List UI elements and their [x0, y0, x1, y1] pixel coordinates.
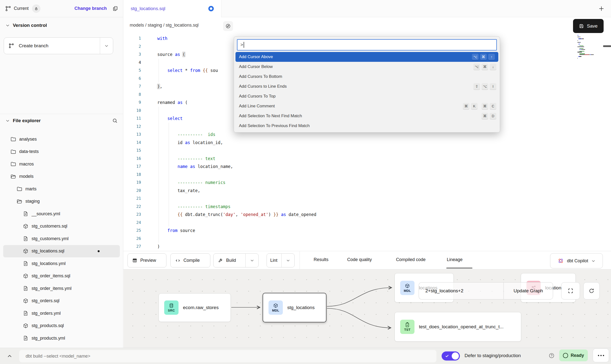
palette-item-add-cursor-below[interactable]: Add Cursor Below⌥⌘↓ — [234, 62, 500, 72]
palette-item-add-selection-to-previous-find-match[interactable]: Add Selection To Previous Find Match — [234, 121, 500, 131]
file-tree: analysesdata-testsmacrosmodelsmartsstagi… — [0, 133, 123, 345]
more-options-button[interactable] — [593, 348, 609, 362]
code-text: {{ dbt.date_trunc('day', 'opened_at') }}… — [147, 211, 316, 219]
file-item-analyses[interactable]: analyses — [0, 133, 123, 146]
tab-results[interactable]: Results — [314, 257, 328, 262]
file-explorer-header[interactable]: File explorer — [5, 118, 118, 124]
navigate-icon[interactable] — [223, 21, 233, 31]
key-cap: ⌘ — [482, 113, 488, 119]
code-icon — [175, 258, 180, 263]
collapse-panel-button[interactable] — [6, 353, 13, 359]
file-item-stg-order-items-sql[interactable]: stg_order_items.sql — [0, 270, 123, 282]
build-dropdown[interactable] — [245, 254, 258, 267]
folder-open-icon — [10, 174, 16, 180]
code-line[interactable]: 26 — [123, 235, 611, 243]
status-badge[interactable]: Ready — [559, 349, 588, 361]
code-line[interactable]: 16 ---------- text — [123, 155, 611, 163]
lineage-node-ecom-raw-stores[interactable]: SRCecom.raw_stores — [159, 293, 231, 322]
update-graph-button[interactable]: Update Graph — [503, 282, 553, 299]
save-button[interactable]: Save — [573, 19, 604, 33]
node-label: stg_locations — [287, 305, 315, 310]
file-name: stg_order_items.yml — [32, 286, 72, 291]
new-tab-button[interactable] — [598, 5, 605, 12]
code-line[interactable]: 17 name as location_name, — [123, 163, 611, 171]
copy-icon[interactable] — [112, 6, 118, 12]
file-item-stg-locations-yml[interactable]: stg_locations.yml — [0, 257, 123, 270]
line-number: 17 — [123, 163, 147, 171]
code-line[interactable]: 14 id as location_id, — [123, 139, 611, 147]
preview-button[interactable]: Preview — [127, 253, 166, 267]
defer-toggle[interactable] — [442, 351, 460, 361]
dbt-copilot-button[interactable]: dbt Copilot — [550, 253, 603, 268]
key-cap: ⌘ — [463, 103, 469, 109]
tab-lineage[interactable]: Lineage — [447, 257, 463, 262]
status-bar: Defer to staging/production Ready — [0, 348, 611, 364]
code-line[interactable]: 15 — [123, 147, 611, 155]
code-text: select * from {{ sou — [147, 66, 218, 75]
file-item-stg-orders-yml[interactable]: stg_orders.yml — [0, 307, 123, 320]
code-line[interactable]: 23 {{ dbt.date_trunc('day', 'opened_at')… — [123, 211, 611, 219]
code-line[interactable]: 19 ---------- numerics — [123, 179, 611, 187]
version-control-header[interactable]: Version control — [5, 23, 47, 28]
code-line[interactable]: 18 — [123, 171, 611, 179]
lineage-graph[interactable]: SRCecom.raw_storesMDLstg_locationsMDLloc… — [124, 269, 611, 348]
node-badge-mdl: MDL — [400, 281, 414, 295]
palette-item-add-line-comment[interactable]: Add Line Comment⌘K⌘C — [234, 101, 500, 111]
code-line[interactable]: 21 — [123, 195, 611, 203]
palette-item-add-cursors-to-bottom[interactable]: Add Cursors To Bottom — [234, 72, 500, 82]
chevron-up-icon — [6, 353, 13, 359]
file-item-stg-customers-yml[interactable]: stg_customers.yml — [0, 232, 123, 245]
code-line[interactable]: 22 ---------- timestamps — [123, 203, 611, 211]
create-branch-label: Create branch — [19, 43, 48, 49]
code-line[interactable]: 20 tax_rate, — [123, 187, 611, 195]
code-line[interactable]: 25 from source — [123, 227, 611, 235]
dbt-copilot-label: dbt Copilot — [567, 258, 588, 264]
file-item-stg-order-items-yml[interactable]: stg_order_items.yml — [0, 282, 123, 295]
file-item-stg-orders-sql[interactable]: stg_orders.sql — [0, 295, 123, 307]
code-line[interactable]: 24 — [123, 219, 611, 227]
file-name: data-tests — [19, 149, 39, 154]
code-text — [147, 219, 157, 227]
search-icon[interactable] — [112, 118, 118, 124]
palette-item-add-cursors-to-top[interactable]: Add Cursors To Top — [234, 91, 500, 101]
build-button[interactable]: Build — [213, 253, 259, 267]
palette-item-add-selection-to-next-find-match[interactable]: Add Selection To Next Find Match⌘D — [234, 111, 500, 121]
dbt-command-input[interactable] — [19, 350, 436, 362]
change-branch-link[interactable]: Change branch — [74, 6, 107, 11]
help-icon[interactable] — [549, 353, 555, 359]
create-branch-dropdown[interactable] — [100, 38, 113, 54]
node-label: test_does_location_opened_at_trunc_t... — [419, 324, 503, 330]
lineage-node-test-does-location-opened-at-trunc-t-[interactable]: TSTtest_does_location_opened_at_trunc_t.… — [395, 312, 521, 342]
file-item-macros[interactable]: macros — [0, 158, 123, 170]
lineage-node-stg-locations[interactable]: MDLstg_locations — [263, 293, 326, 322]
file-item-stg-locations-sql[interactable]: stg_locations.sql — [3, 245, 120, 258]
file-item-models[interactable]: models — [0, 170, 123, 183]
command-palette-input[interactable]: > — [237, 39, 497, 50]
file-item--sources-yml[interactable]: __sources.yml — [0, 208, 123, 220]
fullscreen-button[interactable] — [561, 282, 580, 299]
palette-item-add-cursors-to-line-ends[interactable]: Add Cursors to Line Ends⇧⌥I — [234, 82, 500, 91]
compile-button[interactable]: Compile — [170, 253, 210, 267]
tab-stg-locations-sql[interactable]: stg_locations.sql — [123, 0, 221, 17]
minimap-slider[interactable] — [603, 45, 611, 47]
refresh-button[interactable] — [583, 282, 600, 299]
lint-button[interactable]: Lint — [267, 253, 295, 267]
node-label: ecom.raw_stores — [183, 305, 219, 310]
file-item-data-tests[interactable]: data-tests — [0, 146, 123, 158]
sidebar: Current Change branch Version control Cr… — [0, 0, 123, 348]
code-line[interactable]: 27) — [123, 243, 611, 251]
chevron-down-icon — [250, 258, 254, 263]
file-item-stg-products-yml[interactable]: stg_products.yml — [0, 332, 123, 345]
file-item-marts[interactable]: marts — [0, 183, 123, 195]
file-item-stg-customers-sql[interactable]: stg_customers.sql — [0, 220, 123, 233]
create-branch-button[interactable]: Create branch — [4, 37, 113, 54]
tab-compiled-code[interactable]: Compiled code — [396, 257, 426, 262]
tab-code-quality[interactable]: Code quality — [347, 257, 372, 262]
file-name: stg_products.yml — [32, 336, 65, 341]
file-item-staging[interactable]: staging — [0, 195, 123, 208]
lint-dropdown[interactable] — [281, 254, 294, 267]
palette-item-add-cursor-above[interactable]: Add Cursor Above⌥⌘↑ — [235, 52, 498, 62]
file-icon — [23, 285, 29, 291]
file-item-stg-products-sql[interactable]: stg_products.sql — [0, 320, 123, 332]
lineage-filter-input[interactable]: 2+stg_locations+2 — [419, 282, 503, 299]
